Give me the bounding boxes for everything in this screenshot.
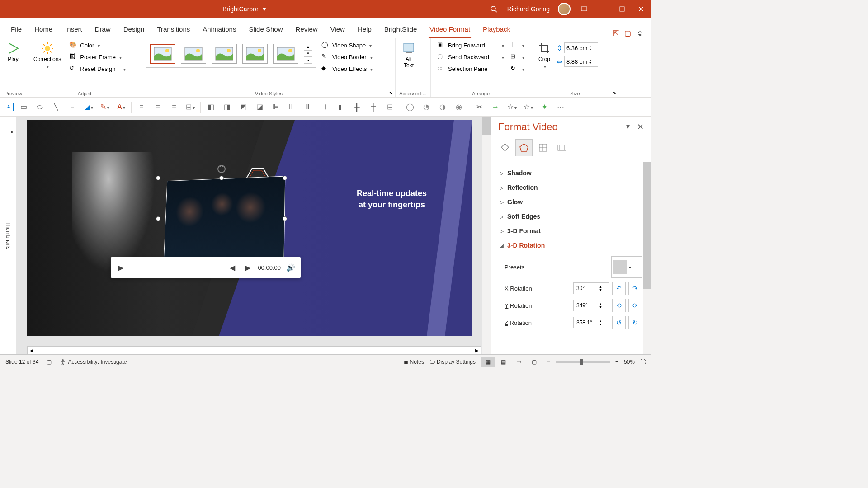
rotate-z-ccw-icon[interactable]: ↺ xyxy=(612,316,626,329)
rotate-x-left-icon[interactable]: ↶ xyxy=(612,282,626,295)
send-backward-button[interactable]: ▢Send Backward⊞ xyxy=(434,52,527,62)
video-style-3[interactable] xyxy=(212,44,237,64)
video-style-2[interactable] xyxy=(181,44,206,64)
expand-icon[interactable]: ▸ xyxy=(10,129,15,134)
align-objects-1-icon[interactable]: ⊫ xyxy=(269,101,282,113)
section-glow[interactable]: ▷Glow xyxy=(491,195,651,209)
tab-draw[interactable]: Draw xyxy=(89,21,117,38)
video-style-1[interactable] xyxy=(150,44,175,64)
align-center-icon[interactable]: ≡ xyxy=(151,101,164,113)
y-rotation-input[interactable]: 349°▲▼ xyxy=(573,300,609,311)
merge-fragment-icon[interactable]: ◑ xyxy=(436,101,449,113)
align-objects-2-icon[interactable]: ⊩ xyxy=(286,101,298,113)
arrow-icon[interactable]: → xyxy=(489,101,502,113)
reset-design-button[interactable]: ↺Reset Design xyxy=(66,63,128,74)
height-input[interactable]: 6.36 cm▲▼ xyxy=(564,42,598,53)
rotate-x-right-icon[interactable]: ↷ xyxy=(628,282,642,295)
color-button[interactable]: 🎨Color xyxy=(66,40,128,51)
resize-handle-ml[interactable] xyxy=(156,216,160,221)
rotate-y-down-icon[interactable]: ⟳ xyxy=(628,299,642,312)
video-style-5[interactable] xyxy=(273,44,298,64)
arrange-2-icon[interactable]: ◨ xyxy=(221,101,233,113)
bring-forward-button[interactable]: ▣Bring Forward⊫ xyxy=(434,40,527,51)
video-shape-button[interactable]: ◯Video Shape xyxy=(319,40,375,51)
fit-to-window-icon[interactable]: ⛶ xyxy=(640,359,646,365)
pane-tab-effects[interactable] xyxy=(515,139,533,156)
search-icon[interactable] xyxy=(488,4,499,14)
align-right-icon[interactable]: ≡ xyxy=(168,101,180,113)
textbox-icon[interactable]: A xyxy=(4,103,14,111)
ellipse-shape-icon[interactable]: ⬭ xyxy=(33,101,46,113)
tab-help[interactable]: Help xyxy=(351,21,378,38)
zoom-slider[interactable] xyxy=(556,361,610,363)
distribute-icon[interactable]: ⊟ xyxy=(383,101,396,113)
pane-tab-fill[interactable] xyxy=(496,139,514,156)
tab-design[interactable]: Design xyxy=(117,21,151,38)
tab-file[interactable]: File xyxy=(5,21,28,38)
close-icon[interactable] xyxy=(636,4,646,14)
tab-brightslide[interactable]: BrightSlide xyxy=(378,21,424,38)
align-icon[interactable]: ⊫ xyxy=(510,41,519,49)
play-button[interactable]: Play xyxy=(4,40,23,64)
tab-view[interactable]: View xyxy=(324,21,351,38)
horizontal-scrollbar[interactable]: ◀▶ xyxy=(27,346,481,354)
tab-video-format[interactable]: Video Format xyxy=(423,21,476,38)
arrange-3-icon[interactable]: ◩ xyxy=(237,101,250,113)
star-alt-icon[interactable]: ☆ xyxy=(522,101,534,113)
merge-union-icon[interactable]: ◯ xyxy=(404,101,416,113)
tab-playback[interactable]: Playback xyxy=(476,21,517,38)
slide-canvas[interactable]: Real-time updates at your fingertips ▶ xyxy=(16,117,491,354)
align-left-icon[interactable]: ≡ xyxy=(135,101,148,113)
tab-home[interactable]: Home xyxy=(28,21,59,38)
media-progress-bar[interactable] xyxy=(131,263,222,272)
connector-icon[interactable]: ⌐ xyxy=(66,101,79,113)
pane-options-icon[interactable]: ▾ xyxy=(626,122,630,132)
zoom-out-icon[interactable]: − xyxy=(547,359,550,365)
align-dropdown-icon[interactable]: ⊞ xyxy=(184,101,197,113)
collapse-ribbon-icon[interactable]: ˆ xyxy=(625,88,627,94)
spell-check-icon[interactable]: ▢ xyxy=(47,359,52,365)
animation-icon[interactable]: ✦ xyxy=(538,101,551,113)
display-settings-button[interactable]: 🖵 Display Settings xyxy=(429,359,476,365)
emoji-icon[interactable]: ☺ xyxy=(637,29,644,38)
sorter-view-icon[interactable]: ▤ xyxy=(496,357,511,367)
media-volume-icon[interactable]: 🔊 xyxy=(285,262,296,273)
distribute-v-icon[interactable]: ⫼ xyxy=(335,101,347,113)
crop-tool-icon[interactable]: ✂ xyxy=(473,101,486,113)
line-shape-icon[interactable]: ╲ xyxy=(50,101,62,113)
video-object-selected[interactable] xyxy=(158,178,285,259)
font-color-icon[interactable]: A xyxy=(115,101,127,113)
dialog-launcher[interactable]: ⬊ xyxy=(612,90,617,95)
merge-combine-icon[interactable]: ◔ xyxy=(420,101,433,113)
rotate-icon[interactable]: ↻ xyxy=(510,65,519,73)
alt-text-button[interactable]: Alt Text xyxy=(399,40,418,70)
reading-view-icon[interactable]: ▭ xyxy=(512,357,526,367)
media-next-icon[interactable]: ▶ xyxy=(242,262,253,273)
section-reflection[interactable]: ▷Reflection xyxy=(491,180,651,195)
pane-close-icon[interactable]: ✕ xyxy=(637,122,644,132)
video-effects-button[interactable]: ◆Video Effects xyxy=(319,63,375,74)
video-border-button[interactable]: ✎Video Border xyxy=(319,52,375,62)
ribbon-display-icon[interactable] xyxy=(579,4,590,14)
document-dropdown-icon[interactable]: ▾ xyxy=(263,5,266,13)
slideshow-view-icon[interactable]: ▢ xyxy=(527,357,542,367)
share-icon[interactable]: ⇱ xyxy=(613,29,619,38)
zoom-in-icon[interactable]: + xyxy=(615,359,618,365)
section-3d-rotation[interactable]: ◢3-D Rotation xyxy=(491,238,651,253)
gallery-scroll[interactable]: ▲▼▾ xyxy=(304,44,312,64)
video-style-4[interactable] xyxy=(242,44,268,64)
pane-scrollbar[interactable] xyxy=(643,162,651,354)
pane-tab-video[interactable] xyxy=(553,139,571,156)
pane-tab-size[interactable] xyxy=(534,139,552,156)
outline-color-icon[interactable]: ✎ xyxy=(99,101,111,113)
comments-icon[interactable]: ▢ xyxy=(624,29,631,38)
rotate-z-cw-icon[interactable]: ↻ xyxy=(628,316,642,329)
section-soft-edges[interactable]: ▷Soft Edges xyxy=(491,209,651,224)
resize-handle-mr[interactable] xyxy=(283,216,287,221)
arrange-4-icon[interactable]: ◪ xyxy=(253,101,266,113)
notes-button[interactable]: ≣ Notes xyxy=(404,359,424,365)
section-3d-format[interactable]: ▷3-D Format xyxy=(491,224,651,238)
group-icon[interactable]: ⊞ xyxy=(510,53,519,61)
minimize-icon[interactable] xyxy=(598,4,609,14)
vertical-scrollbar[interactable] xyxy=(482,117,491,354)
